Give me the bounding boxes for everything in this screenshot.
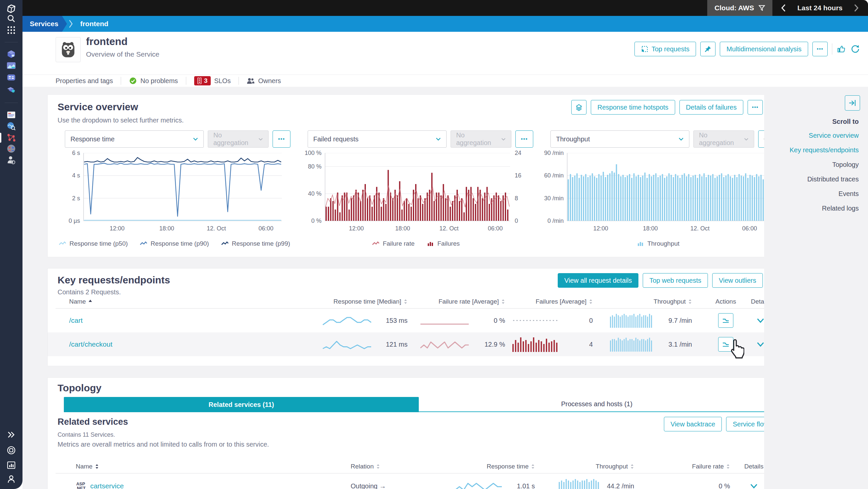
column-header[interactable]: Name: [76, 461, 99, 472]
throughput-chart[interactable]: 0 /min30 /min60 /min90 /min12:0018:0012.…: [540, 150, 775, 250]
metric-select-3[interactable]: Throughput: [551, 131, 689, 148]
legend-item: Response time (p99): [221, 240, 290, 247]
column-header[interactable]: Throughput: [596, 461, 634, 472]
metric-select-2[interactable]: Failed requests: [308, 131, 446, 148]
top-requests-button[interactable]: Top requests: [634, 42, 696, 56]
sort-icon[interactable]: [630, 464, 634, 469]
column-header[interactable]: Failure rate: [692, 461, 730, 472]
profile-icon[interactable]: [6, 473, 17, 485]
key-requests-card: Key requests/endpoints Contains 2 Reques…: [47, 268, 783, 366]
expand-details-button[interactable]: [750, 484, 758, 489]
column-header[interactable]: Actions: [709, 296, 742, 308]
tab-related-services[interactable]: Related services (11): [64, 397, 419, 412]
tab-properties-and-tags[interactable]: Properties and tags: [56, 77, 113, 85]
x-axis-tick: 12. Oct: [690, 225, 710, 232]
details-of-failures-button[interactable]: Details of failures: [679, 100, 743, 115]
layers-button[interactable]: [571, 100, 587, 115]
user-admin-icon[interactable]: [6, 154, 17, 166]
chart-legend: Response time (p50)Response time (p90)Re…: [57, 240, 292, 247]
search-icon[interactable]: [6, 13, 17, 24]
refresh-icon[interactable]: [850, 45, 859, 54]
multidimensional-analysis-button[interactable]: Multidimensional analysis: [720, 42, 808, 56]
failed-requests-chart[interactable]: 0 %40 %80 %100 %08162412:0018:0012. Oct0…: [299, 150, 533, 250]
sort-icon[interactable]: [501, 299, 505, 304]
relation-value: Outgoing →: [351, 482, 386, 489]
user-sessions-icon[interactable]: [6, 143, 17, 154]
management-zone-filter[interactable]: Cloud: AWS: [707, 0, 772, 16]
tab-slos[interactable]: 3 SLOs: [194, 76, 231, 85]
scroll-link-distributed-traces[interactable]: Distributed traces: [807, 175, 859, 183]
pin-button[interactable]: [700, 42, 715, 56]
scroll-link-topology[interactable]: Topology: [832, 161, 859, 169]
expand-details-button[interactable]: [756, 342, 765, 347]
view-backtrace-button[interactable]: View backtrace: [664, 417, 722, 431]
analyze-request-button[interactable]: [718, 337, 733, 352]
sort-icon[interactable]: [88, 299, 92, 304]
usage-stats-icon[interactable]: [6, 460, 17, 471]
thumbs-up-icon[interactable]: [837, 45, 846, 54]
sort-icon[interactable]: [531, 464, 535, 469]
scroll-link-service-overview[interactable]: Service overview: [809, 132, 859, 139]
timeframe-selector[interactable]: Last 24 hours: [781, 4, 859, 12]
request-link[interactable]: /cart: [69, 317, 83, 324]
service-link[interactable]: cartservice: [90, 482, 124, 489]
column-header[interactable]: Relation: [351, 461, 380, 472]
sort-icon[interactable]: [95, 464, 99, 469]
releases-icon[interactable]: [6, 72, 17, 83]
timeframe-label[interactable]: Last 24 hours: [797, 4, 842, 12]
expand-sidebar-icon[interactable]: [6, 429, 17, 440]
chart-plot[interactable]: [325, 153, 511, 222]
column-header[interactable]: Response time: [487, 461, 535, 472]
meta-tab-row: Properties and tags No problems 3 SLOs O…: [23, 75, 868, 87]
view-all-request-details-button[interactable]: View all request details: [558, 273, 639, 288]
metric-select-1[interactable]: Response time: [65, 131, 204, 148]
column-header[interactable]: Throughput: [654, 296, 692, 308]
scroll-to-panel: Scroll to Service overviewKey requests/e…: [764, 87, 868, 489]
response-time-hotspots-button[interactable]: Response time hotspots: [591, 100, 675, 115]
timeframe-back-icon[interactable]: [781, 4, 786, 12]
tab-owners[interactable]: Owners: [247, 77, 281, 85]
apps-grid-icon[interactable]: [6, 25, 17, 36]
sort-icon[interactable]: [688, 299, 692, 304]
smartscape-services-icon[interactable]: [6, 132, 17, 143]
collapse-panel-icon[interactable]: [845, 95, 860, 111]
chart-2-more-button[interactable]: •••: [516, 131, 533, 148]
column-header[interactable]: Failures [Average]: [535, 296, 593, 308]
top-web-requests-button[interactable]: Top web requests: [643, 273, 708, 288]
header-more-button[interactable]: •••: [812, 42, 828, 56]
timeframe-forward-icon[interactable]: [854, 4, 859, 12]
tab-problems[interactable]: No problems: [129, 77, 178, 85]
infrastructure-icon[interactable]: [6, 48, 17, 60]
help-icon[interactable]: [6, 444, 17, 456]
sort-icon[interactable]: [589, 299, 593, 304]
reports-icon[interactable]: [6, 109, 17, 120]
chart-1-more-button[interactable]: •••: [273, 131, 290, 148]
view-outliers-button[interactable]: View outliers: [712, 273, 763, 288]
overview-more-button[interactable]: •••: [748, 100, 763, 115]
sort-icon[interactable]: [726, 464, 730, 469]
column-header[interactable]: Failure rate [Average]: [439, 296, 505, 308]
related-services-note: Metrics are overall metrics and not limi…: [58, 441, 269, 448]
chart-plot[interactable]: [567, 153, 766, 222]
request-link[interactable]: /cart/checkout: [69, 340, 113, 348]
chart-plot[interactable]: [83, 153, 282, 222]
sort-icon[interactable]: [404, 299, 407, 304]
tab-processes-and-hosts[interactable]: Processes and hosts (1): [419, 397, 775, 412]
synthetic-icon[interactable]: [6, 120, 17, 132]
breadcrumb-services[interactable]: Services: [23, 16, 67, 32]
clouds-icon[interactable]: [6, 84, 17, 95]
column-header[interactable]: Name: [69, 296, 92, 308]
response-time-chart[interactable]: 0 µs2 s4 s6 s12:0018:0012. Oct06:00Respo…: [57, 150, 292, 250]
dashboards-icon[interactable]: [6, 60, 17, 71]
section-title: Topology: [58, 382, 101, 394]
scroll-link-key-requests-endpoints[interactable]: Key requests/endpoints: [789, 146, 859, 154]
analyze-request-button[interactable]: [718, 313, 733, 328]
related-services-count: Contains 11 Services.: [58, 431, 115, 438]
sort-icon[interactable]: [376, 464, 380, 469]
expand-details-button[interactable]: [756, 318, 765, 323]
value-cell: 0 %: [459, 309, 505, 333]
scroll-link-related-logs[interactable]: Related logs: [822, 205, 859, 212]
scroll-to-title: Scroll to: [832, 118, 859, 125]
column-header[interactable]: Response time [Median]: [334, 296, 407, 308]
scroll-link-events[interactable]: Events: [839, 190, 859, 198]
